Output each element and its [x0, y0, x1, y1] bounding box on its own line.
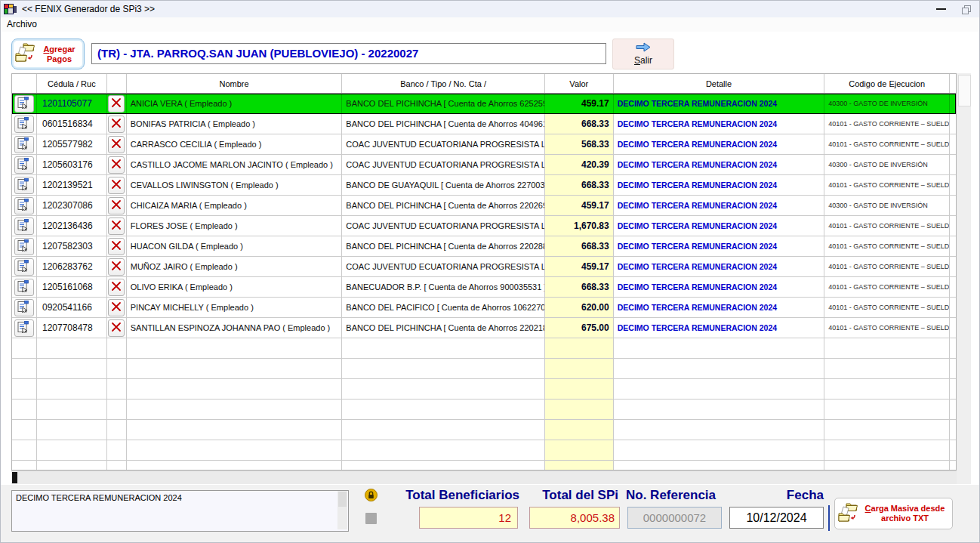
- detalle-cell: [614, 338, 825, 359]
- table-row[interactable]: 0920541166PINCAY MICHELLY ( Empleado )BA…: [12, 298, 956, 318]
- edit-form-icon: [17, 158, 30, 172]
- delete-row-button[interactable]: [108, 218, 125, 235]
- header-codigo[interactable]: Codigo de Ejecucion: [824, 74, 950, 93]
- detalle-cell: DECIMO TERCERA REMUNERACION 2024: [614, 175, 825, 196]
- delete-row-button[interactable]: [108, 258, 125, 276]
- edit-row-button[interactable]: [14, 279, 34, 296]
- menu-archivo[interactable]: Archivo: [7, 19, 37, 29]
- edit-form-icon: [17, 260, 30, 274]
- vertical-scrollbar-thumb[interactable]: [958, 75, 971, 106]
- gray-toggle-button[interactable]: [365, 513, 377, 524]
- restore-icon: [962, 5, 971, 14]
- edit-row-button[interactable]: [14, 136, 34, 153]
- notes-scrollbar[interactable]: [337, 491, 347, 529]
- stub-cell: [950, 155, 956, 175]
- empty-table-row: [12, 379, 956, 400]
- edit-row-button[interactable]: [14, 177, 34, 194]
- delete-cell: [107, 359, 127, 379]
- vertical-scrollbar[interactable]: [957, 73, 971, 484]
- delete-row-button[interactable]: [108, 197, 125, 214]
- red-x-icon: [111, 281, 122, 294]
- header-cedula[interactable]: Cédula / Ruc: [37, 74, 107, 93]
- delete-cell: [107, 236, 127, 257]
- nombre-cell: [127, 420, 343, 440]
- delete-row-button[interactable]: [108, 319, 125, 337]
- edit-cell: [12, 277, 37, 298]
- nombre-cell: MUÑOZ JAIRO ( Empleado ): [127, 257, 343, 277]
- cedula-cell: 1207582303: [37, 236, 107, 257]
- edit-row-button[interactable]: [14, 258, 34, 276]
- empty-table-row: [12, 420, 956, 440]
- header-banco[interactable]: Banco / Tipo / No. Cta /: [342, 74, 545, 93]
- referencia-field: 0000000072: [627, 507, 722, 529]
- table-row[interactable]: 1205577982CARRASCO CECILIA ( Empleado )C…: [12, 134, 956, 155]
- table-row[interactable]: 1207708478SANTILLAN ESPINOZA JOHANNA PAO…: [12, 318, 956, 338]
- codigo-cell: 40101 - GASTO CORRIENTE – SUELDOS: [824, 277, 950, 298]
- edit-row-button[interactable]: [14, 156, 34, 174]
- edit-form-icon: [17, 178, 30, 193]
- edit-row-button[interactable]: [14, 319, 34, 337]
- cedula-cell: 1206283762: [37, 257, 107, 277]
- fecha-field[interactable]: 10/12/2024: [729, 507, 824, 529]
- delete-row-button[interactable]: [108, 95, 125, 113]
- edit-row-button[interactable]: [14, 116, 34, 133]
- stub-cell: [950, 379, 956, 400]
- window-title: << FENIX Generador de SPi3 >>: [22, 4, 155, 14]
- banco-cell: [342, 420, 545, 440]
- edit-row-button[interactable]: [14, 299, 34, 316]
- table-row[interactable]: 1205603176CASTILLO JACOME MARLON JACINTO…: [12, 155, 956, 175]
- delete-row-button[interactable]: [108, 136, 125, 153]
- edit-cell: [12, 196, 37, 216]
- table-row[interactable]: 0601516834BONIFAS PATRICIA ( Empleado )B…: [12, 114, 956, 134]
- app-icon: [4, 3, 17, 15]
- table-row[interactable]: 1207582303HUACON GILDA ( Empleado )BANCO…: [12, 236, 956, 257]
- delete-row-button[interactable]: [108, 177, 125, 194]
- notes-textarea[interactable]: DECIMO TERCERA REMUNERACION 2024: [11, 490, 349, 532]
- delete-cell: [107, 257, 127, 277]
- header-detalle[interactable]: Detalle: [614, 74, 825, 93]
- nombre-cell: PINCAY MICHELLY ( Empleado ): [127, 298, 343, 318]
- valor-cell: [545, 440, 614, 461]
- table-row[interactable]: 1206283762MUÑOZ JAIRO ( Empleado )COAC J…: [12, 257, 956, 277]
- nombre-cell: ANICIA VERA ( Empleado ): [127, 94, 343, 114]
- valor-cell: 459.17: [545, 196, 614, 216]
- header-nombre[interactable]: Nombre: [127, 74, 343, 93]
- delete-row-button[interactable]: [108, 299, 125, 316]
- horizontal-scrollbar-thumb[interactable]: [12, 472, 17, 483]
- restore-button[interactable]: [955, 1, 978, 17]
- delete-row-button[interactable]: [108, 279, 125, 296]
- edit-row-button[interactable]: [14, 95, 34, 113]
- delete-row-button[interactable]: [108, 238, 125, 255]
- focus-line: [828, 505, 830, 531]
- edit-row-button[interactable]: [14, 238, 34, 255]
- banco-cell: [342, 379, 545, 400]
- detalle-cell: DECIMO TERCERA REMUNERACION 2024: [614, 236, 825, 257]
- red-x-icon: [111, 199, 122, 212]
- stub-cell: [950, 359, 956, 379]
- carga-masiva-button[interactable]: Carga Masiva desde archivo TXT: [834, 498, 953, 529]
- table-row[interactable]: 1201105077ANICIA VERA ( Empleado )BANCO …: [12, 94, 956, 114]
- edit-cell: [12, 461, 37, 470]
- salir-button[interactable]: Salir: [612, 39, 674, 69]
- delete-cell: [107, 379, 127, 400]
- nombre-cell: [127, 379, 343, 400]
- header-valor[interactable]: Valor: [545, 74, 614, 93]
- codigo-cell: [824, 379, 950, 400]
- cedula-cell: [37, 379, 107, 400]
- edit-cell: [12, 379, 37, 400]
- table-row[interactable]: 1202307086CHICAIZA MARIA ( Empleado )BAN…: [12, 196, 956, 216]
- delete-row-button[interactable]: [108, 116, 125, 133]
- edit-row-button[interactable]: [14, 197, 34, 214]
- horizontal-scrollbar[interactable]: [11, 470, 957, 484]
- edit-row-button[interactable]: [14, 218, 34, 235]
- minimize-button[interactable]: [929, 1, 952, 17]
- table-row[interactable]: 1202139521CEVALLOS LIWINSGTON ( Empleado…: [12, 175, 956, 196]
- cedula-cell: 1207708478: [37, 318, 107, 338]
- agregar-pagos-button[interactable]: Agregar Pagos: [11, 39, 85, 69]
- delete-row-button[interactable]: [108, 156, 125, 174]
- table-row[interactable]: 1205161068OLIVO ERIKA ( Empleado )BANECU…: [12, 277, 956, 298]
- cedula-cell: 1201105077: [37, 94, 107, 114]
- delete-cell: [107, 440, 127, 461]
- cedula-cell: 0920541166: [37, 298, 107, 318]
- table-row[interactable]: 1202136436FLORES JOSE ( Empleado )COAC J…: [12, 216, 956, 236]
